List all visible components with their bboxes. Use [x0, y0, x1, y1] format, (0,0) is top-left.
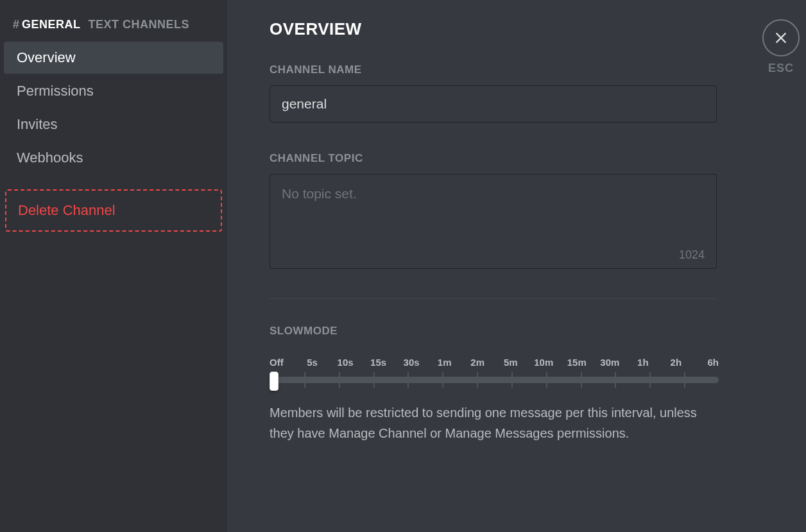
slowmode-tick-label: 10s	[336, 357, 355, 368]
section-divider	[270, 298, 717, 299]
channel-name-section: CHANNEL NAME	[270, 64, 780, 123]
slowmode-tick-label: 5s	[303, 357, 322, 368]
slowmode-tick-label: 6h	[699, 357, 719, 368]
slowmode-tick-label: 1h	[633, 357, 653, 368]
slowmode-tick-label: 15s	[369, 357, 388, 368]
channel-name-label: CHANNEL NAME	[270, 64, 780, 76]
channel-topic-input[interactable]	[270, 175, 716, 266]
sidebar-item-overview[interactable]: Overview	[4, 42, 223, 74]
slowmode-label: SLOWMODE	[270, 325, 780, 338]
sidebar-item-delete-channel[interactable]: Delete Channel	[5, 189, 222, 232]
channel-topic-wrapper: 1024	[270, 174, 717, 269]
slowmode-tick-label: 2h	[666, 357, 685, 368]
slowmode-handle[interactable]	[270, 372, 279, 391]
sidebar-channel-name: GENERAL	[22, 18, 81, 31]
slowmode-tick-label: 10m	[534, 357, 553, 368]
sidebar-item-webhooks[interactable]: Webhooks	[4, 142, 223, 174]
slowmode-tick-labels: Off 5s 10s 15s 30s 1m 2m 5m 10m 15m 30m …	[270, 357, 719, 368]
slowmode-tick-label: 15m	[567, 357, 587, 368]
sidebar-channel-category: TEXT CHANNELS	[89, 18, 190, 31]
close-icon	[774, 31, 788, 45]
slowmode-help-text: Members will be restricted to sending on…	[270, 402, 719, 443]
close-wrapper: ESC	[762, 19, 800, 75]
sidebar-item-label: Overview	[17, 49, 76, 65]
sidebar-item-invites[interactable]: Invites	[4, 108, 223, 141]
slowmode-tick-label: 5m	[501, 357, 520, 368]
sidebar-item-label: Invites	[17, 116, 58, 132]
settings-main: OVERVIEW CHANNEL NAME CHANNEL TOPIC 1024…	[227, 0, 806, 532]
sidebar-item-label: Webhooks	[17, 150, 83, 166]
sidebar-item-label: Permissions	[17, 83, 94, 99]
slowmode-track[interactable]	[270, 377, 719, 383]
slowmode-section: SLOWMODE Off 5s 10s 15s 30s 1m 2m 5m 10m…	[270, 325, 780, 443]
close-button[interactable]	[762, 19, 800, 56]
channel-topic-label: CHANNEL TOPIC	[270, 152, 780, 165]
channel-topic-charcount: 1024	[679, 248, 705, 262]
channel-name-input[interactable]	[270, 85, 717, 123]
slowmode-slider: Off 5s 10s 15s 30s 1m 2m 5m 10m 15m 30m …	[270, 357, 719, 383]
sidebar-item-label: Delete Channel	[18, 202, 116, 218]
slowmode-tick-label: 30m	[600, 357, 619, 368]
slowmode-tick-label: 30s	[402, 357, 421, 368]
slowmode-tick-label: Off	[270, 357, 289, 368]
hash-icon: #	[13, 18, 19, 31]
page-title: OVERVIEW	[270, 19, 780, 39]
settings-sidebar: # GENERAL TEXT CHANNELS Overview Permiss…	[0, 0, 227, 532]
sidebar-header: # GENERAL TEXT CHANNELS	[0, 18, 227, 40]
sidebar-item-permissions[interactable]: Permissions	[4, 75, 223, 107]
slowmode-tick-label: 1m	[435, 357, 454, 368]
channel-topic-section: CHANNEL TOPIC 1024	[270, 152, 780, 269]
slowmode-tick-label: 2m	[468, 357, 487, 368]
esc-label: ESC	[768, 62, 794, 75]
